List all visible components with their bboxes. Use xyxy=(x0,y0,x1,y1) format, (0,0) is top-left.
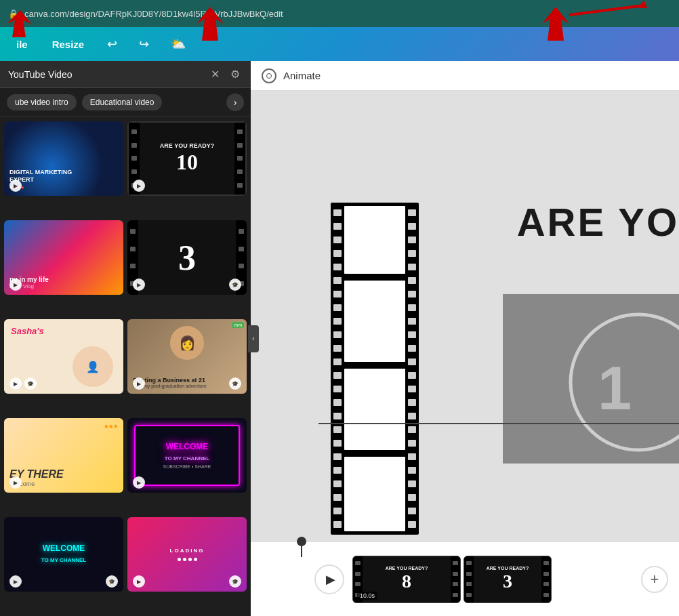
svg-rect-39 xyxy=(408,331,416,338)
canvas-gray-box: 1 xyxy=(503,294,679,464)
svg-rect-24 xyxy=(333,453,342,460)
svg-rect-32 xyxy=(408,237,416,243)
search-filter-button[interactable]: ⚙ xyxy=(228,66,243,82)
add-clip-button[interactable]: + xyxy=(641,566,668,593)
cap-icon: 🎓 xyxy=(229,377,241,390)
svg-rect-37 xyxy=(408,304,416,311)
resize-button[interactable]: Resize xyxy=(47,36,90,53)
svg-rect-55 xyxy=(344,281,405,362)
svg-rect-22 xyxy=(333,426,342,433)
undo-button[interactable]: ↩ xyxy=(103,34,121,54)
template-item[interactable]: Sasha's 👤 ▶ 🎓 xyxy=(4,319,123,394)
svg-rect-16 xyxy=(333,345,342,352)
svg-rect-25 xyxy=(333,467,342,474)
svg-rect-18 xyxy=(333,372,342,379)
svg-rect-51 xyxy=(408,494,416,501)
svg-rect-13 xyxy=(333,304,342,311)
main-area: ✕ ⚙ ube video intro Educational video › … xyxy=(0,61,679,616)
search-bar: ✕ ⚙ xyxy=(0,61,251,88)
play-icon: ▶ xyxy=(326,572,335,587)
template-item[interactable]: WELCOMETO MY CHANNEL ▶ 🎓 xyxy=(4,517,123,592)
canvas-main-text: ARE YO xyxy=(517,199,679,245)
svg-rect-30 xyxy=(408,209,416,216)
animate-circle-icon xyxy=(262,68,276,83)
template-item[interactable]: mm 👩 Starting a Business at 21 How my po… xyxy=(127,319,247,394)
svg-rect-45 xyxy=(408,413,416,419)
filter-tab-intro[interactable]: ube video intro xyxy=(7,94,77,110)
template-item[interactable]: ny in my life Daily Vlog ▶ xyxy=(4,220,123,295)
svg-rect-14 xyxy=(333,318,342,325)
play-icon: ▶ xyxy=(133,476,145,489)
svg-rect-15 xyxy=(333,331,342,338)
play-icon: ▶ xyxy=(9,476,22,489)
svg-rect-38 xyxy=(408,318,416,325)
url-bar[interactable]: canva.com/design/DAFRpKJ0D8Y/8D1kw4l5Rjl… xyxy=(24,9,671,19)
play-icon: ▶ xyxy=(133,180,145,192)
play-icon: ▶ xyxy=(9,377,22,390)
filter-tabs: ube video intro Educational video › xyxy=(0,88,251,117)
search-input[interactable] xyxy=(8,69,203,80)
timeline: ▶ xyxy=(251,541,679,616)
play-icon: ▶ xyxy=(133,377,145,390)
animate-bar: Animate xyxy=(251,61,679,91)
svg-rect-27 xyxy=(333,494,342,501)
search-clear-button[interactable]: ✕ xyxy=(208,66,222,82)
svg-rect-12 xyxy=(333,291,342,297)
svg-rect-34 xyxy=(408,264,416,270)
svg-rect-35 xyxy=(408,277,416,284)
timeline-play-button[interactable]: ▶ xyxy=(314,564,344,594)
canvas-viewport[interactable]: ARE YO 1 xyxy=(251,91,679,541)
svg-rect-41 xyxy=(408,358,416,365)
svg-rect-23 xyxy=(333,440,342,447)
template-item[interactable]: LOADING ▶ 🎓 xyxy=(127,517,247,592)
svg-rect-11 xyxy=(333,277,342,284)
svg-rect-46 xyxy=(408,426,416,433)
svg-rect-53 xyxy=(408,521,416,528)
svg-rect-49 xyxy=(408,467,416,474)
play-icon: ▶ xyxy=(9,279,22,291)
file-button[interactable]: ile xyxy=(11,36,33,53)
svg-rect-48 xyxy=(408,453,416,460)
timeline-clip[interactable]: ARE YOU READY? 8 10.0s xyxy=(352,556,461,603)
redo-button[interactable]: ↪ xyxy=(135,34,153,54)
timeline-clips: ARE YOU READY? 8 10.0s xyxy=(352,556,633,603)
svg-rect-29 xyxy=(333,521,342,528)
svg-rect-21 xyxy=(333,413,342,419)
template-item[interactable]: WELCOMETO MY CHANNEL SUBSCRIBE • SHARE ▶ xyxy=(127,418,247,493)
template-item[interactable]: EY THERE Welcome ★★★ ▶ xyxy=(4,418,123,493)
svg-rect-6 xyxy=(333,209,342,216)
svg-rect-44 xyxy=(408,399,416,406)
add-icon: + xyxy=(651,571,659,588)
template-item[interactable]: DIGITAL MARKETINGEXPERT ● ●●● ▶ xyxy=(4,121,123,196)
timeline-clip[interactable]: ARE YOU READY? 3 xyxy=(464,556,552,603)
cap-icon: 🎓 xyxy=(229,575,241,588)
svg-rect-8 xyxy=(333,237,342,243)
template-item[interactable]: ARE YOU READY? 10 ▶ xyxy=(127,121,247,196)
svg-rect-56 xyxy=(344,369,405,450)
sidebar-collapse-button[interactable]: ‹ xyxy=(248,325,259,352)
svg-rect-52 xyxy=(408,508,416,514)
filmstrip xyxy=(331,203,419,537)
svg-rect-57 xyxy=(344,457,405,531)
template-item[interactable]: 3 ▶ 🎓 xyxy=(127,220,247,295)
svg-rect-10 xyxy=(333,264,342,270)
canvas-divider xyxy=(318,423,679,424)
lock-icon: 🔒 xyxy=(8,9,19,19)
animate-label[interactable]: Animate xyxy=(283,70,321,81)
play-icon: ▶ xyxy=(9,180,22,192)
filter-tabs-next-button[interactable]: › xyxy=(226,94,244,111)
timeline-indicator xyxy=(297,537,306,557)
cloud-save-button[interactable]: ⛅ xyxy=(167,34,190,54)
svg-rect-20 xyxy=(333,399,342,406)
svg-rect-26 xyxy=(333,480,342,487)
svg-rect-28 xyxy=(333,508,342,514)
svg-rect-31 xyxy=(408,223,416,230)
cap-icon: 🎓 xyxy=(229,279,241,291)
filter-tab-educational[interactable]: Educational video xyxy=(82,94,163,110)
play-icon: ▶ xyxy=(9,575,22,588)
svg-rect-40 xyxy=(408,345,416,352)
svg-rect-36 xyxy=(408,291,416,297)
svg-text:1: 1 xyxy=(598,354,632,422)
svg-rect-19 xyxy=(333,386,342,392)
svg-rect-43 xyxy=(408,386,416,392)
